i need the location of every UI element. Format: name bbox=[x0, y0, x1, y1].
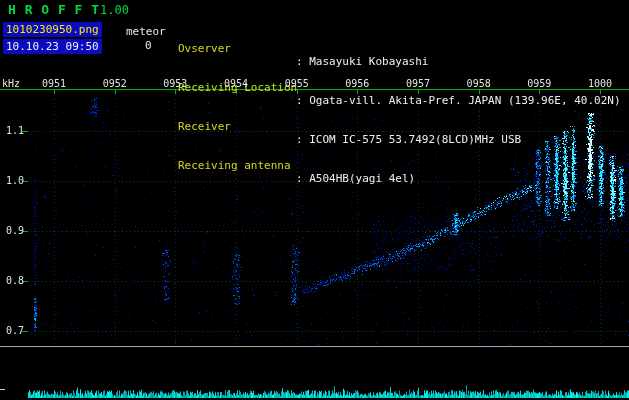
output-filename-badge: 1010230950.png bbox=[3, 22, 102, 37]
time-tick-label: 0956 bbox=[345, 78, 369, 89]
freq-tick-label: 0.8 bbox=[4, 275, 24, 286]
time-tick-label: 0958 bbox=[467, 78, 491, 89]
info-value-location: : Ogata-vill. Akita-Pref. JAPAN (139.96E… bbox=[296, 94, 621, 107]
time-tick-label: 0955 bbox=[285, 78, 309, 89]
meteor-counter-label: meteor bbox=[126, 25, 166, 38]
time-tick-label: 0951 bbox=[42, 78, 66, 89]
time-tick-label: 0957 bbox=[406, 78, 430, 89]
info-value-observer: : Masayuki Kobayashi bbox=[296, 55, 428, 68]
info-label-antenna: Receiving antenna bbox=[178, 159, 291, 172]
freq-tick-label: 0.7 bbox=[4, 325, 24, 336]
app-title: H R O F F T bbox=[8, 2, 100, 17]
app-version: 1.00 bbox=[100, 3, 129, 17]
station-info: Ovserver : Masayuki Kobayashi Receiving … bbox=[178, 3, 628, 185]
freq-tick-label: 0.9 bbox=[4, 225, 24, 236]
hrofft-window: H R O F F T 1.00 1010230950.png meteor 1… bbox=[0, 0, 629, 400]
time-tick-label: 0954 bbox=[224, 78, 248, 89]
freq-tick-label: 1.0 bbox=[4, 175, 24, 186]
info-label-observer: Ovserver bbox=[178, 42, 231, 55]
time-tick-label: 0953 bbox=[163, 78, 187, 89]
info-row-antenna: Receiving antenna : A504HB(yagi 4el) bbox=[178, 146, 628, 159]
timestamp-badge: 10.10.23 09:50 bbox=[3, 39, 102, 54]
info-value-antenna: : A504HB(yagi 4el) bbox=[296, 172, 415, 185]
time-tick-label: 1000 bbox=[588, 78, 612, 89]
info-row-observer: Ovserver : Masayuki Kobayashi bbox=[178, 29, 628, 42]
time-tick-label: 0959 bbox=[527, 78, 551, 89]
freq-tick-label: 1.1 bbox=[4, 125, 24, 136]
info-label-receiver: Receiver bbox=[178, 120, 231, 133]
y-axis-unit-label: kHz bbox=[2, 78, 20, 89]
meteor-counter-value: 0 bbox=[145, 39, 152, 52]
info-row-receiver: Receiver : ICOM IC-575 53.7492(8LCD)MHz … bbox=[178, 107, 628, 120]
time-tick-label: 0952 bbox=[103, 78, 127, 89]
info-value-receiver: : ICOM IC-575 53.7492(8LCD)MHz USB bbox=[296, 133, 521, 146]
